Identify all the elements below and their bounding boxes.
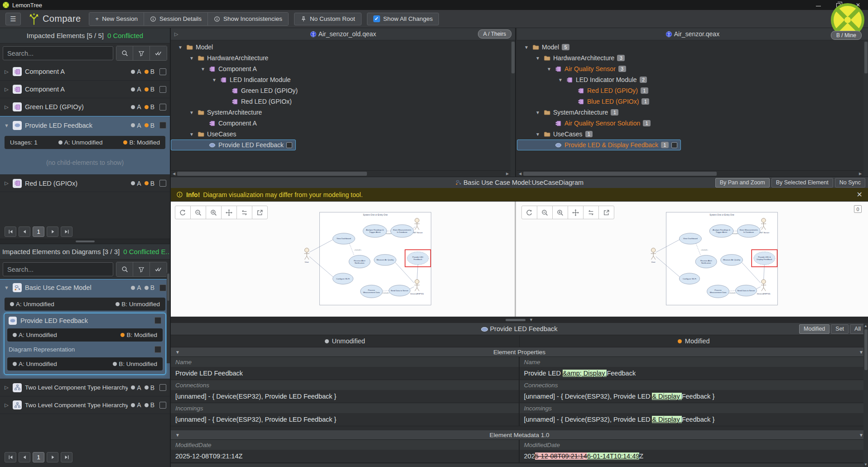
properties-scrollbar[interactable]: ▲▼ (863, 323, 868, 467)
usecase-diagram-b[interactable]: System One or Entity One«include»«includ… (641, 204, 781, 314)
select-all-button[interactable] (150, 46, 167, 60)
tree-row[interactable]: ▼LED Indicator Module2 (517, 74, 863, 85)
row-checkbox[interactable] (159, 402, 166, 409)
expand-arrow-icon[interactable]: ▷ (4, 104, 10, 110)
tree-row[interactable]: Blue LED (GPIOx)1 (517, 96, 863, 107)
row-checkbox[interactable] (154, 346, 161, 353)
impacted-row[interactable]: ▷ Green LED (GPIOy) A B (0, 98, 170, 116)
filter-button[interactable] (133, 46, 150, 60)
row-checkbox[interactable] (671, 142, 677, 148)
impacted-row[interactable]: ▷ Red LED (GPIOx) A B (0, 174, 170, 192)
collapse-arrow-icon[interactable]: ▼ (4, 285, 10, 290)
search-button[interactable] (116, 262, 133, 276)
filter-all-button[interactable]: All (850, 324, 865, 334)
zoom-in-button[interactable] (552, 206, 568, 219)
select-all-button[interactable] (150, 262, 167, 276)
diagram-row[interactable]: ▷ Two Level Component Type Hierarchy A B (0, 396, 170, 414)
impacted-row[interactable]: ▷ Component A A B (0, 63, 170, 81)
tree-row[interactable]: ▼SystemArchitecture1 (517, 107, 863, 118)
tree-row[interactable]: ▼Air Quality Sensor3 (517, 63, 863, 74)
element-properties-band[interactable]: ▼ Element Properties ▼ (171, 347, 868, 357)
no-custom-root-button[interactable]: No Custom Root (294, 13, 362, 25)
collapse-section-icon[interactable]: ▼ (175, 433, 180, 438)
diagram-element-row[interactable]: Provide LED Feedback (5, 313, 165, 327)
scroll-left-icon[interactable]: ◀ (517, 171, 523, 177)
row-checkbox[interactable] (159, 122, 166, 129)
scroll-right-icon[interactable]: ▶ (504, 171, 511, 177)
collapse-arrow-icon[interactable]: ▼ (200, 67, 206, 72)
sync-pan-zoom-button[interactable]: By Pan and Zoom (715, 178, 770, 188)
tree-row[interactable]: ▼UseCases (171, 129, 511, 140)
collapse-arrow-icon[interactable]: ▼ (546, 67, 552, 72)
tree-row[interactable]: Component A (171, 118, 511, 129)
sidebar-splitter[interactable] (0, 239, 170, 244)
filter-button[interactable] (133, 262, 150, 276)
expand-arrow-icon[interactable]: ▷ (4, 87, 10, 92)
session-details-button[interactable]: Session Details (144, 13, 208, 25)
collapse-section-icon[interactable]: ▼ (175, 350, 180, 355)
diagram-row-selected[interactable]: ▼ Basic Use Case Model A B (0, 279, 170, 296)
tree-row[interactable]: ▼HardwareArchitecture (171, 53, 511, 63)
tree-row[interactable]: ▼UseCases1 (517, 129, 863, 140)
usecase-diagram-a[interactable]: System One or Entity One«include»«includ… (294, 204, 434, 314)
tree-row[interactable]: ▼Model (171, 42, 511, 53)
scroll-down-icon[interactable]: ▼ (864, 462, 868, 467)
search-button[interactable] (116, 46, 133, 60)
sync-selected-element-button[interactable]: By Selected Element (772, 178, 833, 188)
expand-arrow-icon[interactable]: ▷ (4, 180, 10, 186)
collapse-arrow-icon[interactable]: ▼ (211, 77, 217, 82)
scroll-right-icon[interactable]: ▶ (857, 171, 863, 177)
zoom-out-button[interactable] (190, 206, 206, 219)
last-page-button[interactable] (61, 226, 72, 237)
new-session-button[interactable]: +New Session (89, 13, 144, 25)
search-input[interactable] (3, 46, 113, 60)
row-checkbox[interactable] (159, 180, 166, 187)
show-inconsistencies-button[interactable]: Show Inconsistencies (208, 13, 288, 25)
collapse-section-icon[interactable]: ▼ (859, 350, 863, 355)
next-page-button[interactable] (47, 226, 58, 237)
tree-row[interactable]: ▼LED Indicator Module (171, 74, 511, 85)
tree-row[interactable]: ▼Component A (171, 63, 511, 74)
collapse-arrow-icon[interactable]: ▼ (535, 56, 541, 61)
open-external-button[interactable] (598, 206, 614, 219)
row-checkbox[interactable] (154, 317, 161, 324)
last-page-button[interactable] (61, 452, 72, 462)
row-checkbox[interactable] (159, 284, 166, 291)
collapse-arrow-icon[interactable]: ▼ (4, 123, 10, 128)
pan-button[interactable] (221, 206, 237, 219)
expand-arrow-icon[interactable]: ▷ (4, 385, 10, 390)
tree-row[interactable]: Red LED (GPIOx) (171, 96, 511, 107)
row-checkbox[interactable] (159, 384, 166, 391)
diagram-row[interactable]: ▷ Two Level Component Type Hierarchy A B (0, 379, 170, 396)
reset-view-button[interactable] (521, 206, 537, 219)
sync-off-button[interactable]: No Sync (835, 178, 865, 188)
zoom-out-button[interactable] (537, 206, 553, 219)
element-metadata-band[interactable]: ▼ Element Metadata 1.0 ▼ (171, 430, 868, 440)
next-page-button[interactable] (47, 452, 58, 462)
tree-a-vscrollbar[interactable] (511, 40, 515, 177)
scroll-up-icon[interactable]: ▲ (864, 323, 868, 328)
tree-a-hscrollbar[interactable]: ◀ ▶ (171, 170, 511, 177)
impacted-row[interactable]: ▷ Component A A B (0, 81, 170, 98)
row-checkbox[interactable] (159, 86, 166, 93)
collapse-arrow-icon[interactable]: ▼ (188, 132, 195, 137)
row-checkbox[interactable] (159, 68, 166, 75)
row-checkbox[interactable] (159, 104, 166, 111)
tree-row[interactable]: ▼SystemArchitecture (171, 107, 511, 118)
expand-arrow-icon[interactable]: ▷ (4, 402, 10, 408)
collapse-pane-icon[interactable]: ▷ (174, 31, 178, 37)
diagram-search-input[interactable] (3, 262, 113, 276)
show-all-changes-toggle[interactable]: ✓Show All Changes (367, 13, 439, 25)
prev-page-button[interactable] (19, 452, 30, 462)
collapse-arrow-icon[interactable]: ▼ (177, 45, 183, 50)
minimize-button[interactable] (808, 0, 828, 10)
collapse-arrow-icon[interactable]: ▼ (523, 45, 530, 50)
collapse-section-icon[interactable]: ▼ (859, 433, 863, 438)
collapse-arrow-icon[interactable]: ▼ (557, 77, 564, 82)
reset-view-button[interactable] (175, 206, 191, 219)
collapse-arrow-icon[interactable]: ▼ (188, 56, 195, 61)
swap-button[interactable] (583, 206, 599, 219)
diagram-representation-row[interactable]: Diagram Representation (5, 342, 165, 356)
first-page-button[interactable] (5, 452, 16, 462)
collapse-arrow-icon[interactable]: ▼ (188, 110, 195, 115)
